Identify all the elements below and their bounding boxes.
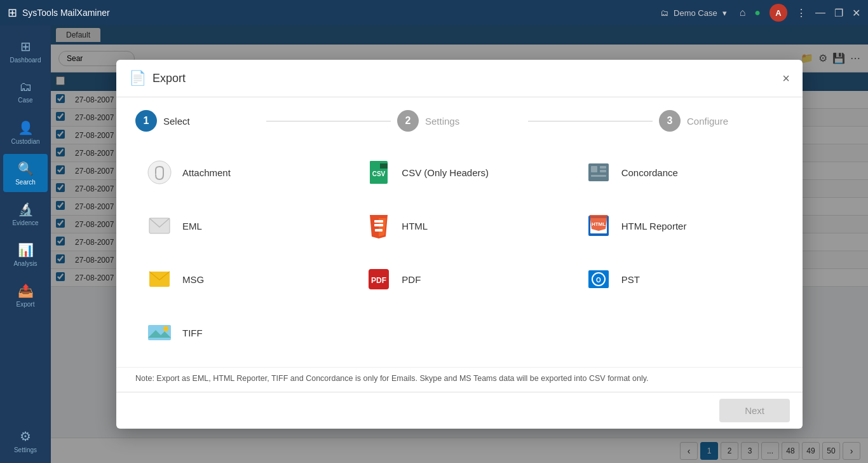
svg-text:CSV: CSV: [372, 170, 386, 177]
modal-header: 📄 Export ×: [116, 60, 803, 97]
minimize-icon[interactable]: —: [815, 7, 825, 18]
dropdown-arrow-icon[interactable]: ▾: [722, 8, 727, 18]
case-icon: 🗂: [660, 8, 668, 18]
sidebar-item-analysis[interactable]: 📊 Analysis: [3, 235, 48, 273]
app-layout: ⊞ Dashboard 🗂 Case 👤 Custodian 🔍 Search …: [0, 25, 868, 463]
next-button[interactable]: Next: [719, 399, 790, 422]
note-text: Note: Export as EML, HTML Reporter, TIFF…: [135, 374, 649, 383]
export-icon: 📤: [18, 283, 34, 298]
stepper: 1 Select 2 Settings 3 Configure: [116, 97, 803, 144]
tiff-label: TIFF: [182, 328, 203, 338]
sidebar-item-dashboard[interactable]: ⊞ Dashboard: [3, 32, 48, 70]
sidebar-item-custodian[interactable]: 👤 Custodian: [3, 113, 48, 151]
sidebar-label-dashboard: Dashboard: [10, 57, 41, 64]
export-option-html-reporter[interactable]: HTML HTML Reporter: [574, 204, 783, 247]
step-2: 2 Settings: [397, 110, 522, 132]
export-option-pdf[interactable]: PDF PDF: [355, 258, 564, 301]
pdf-label: PDF: [402, 274, 421, 285]
case-label: Demo Case: [674, 8, 717, 18]
concordance-icon: [585, 158, 613, 186]
home-icon[interactable]: ⌂: [740, 7, 746, 18]
msg-icon: [146, 265, 173, 293]
export-option-html[interactable]: HTML: [355, 204, 564, 247]
export-options-grid: Attachment CSV CSV (Only Header: [116, 144, 803, 367]
svg-rect-15: [374, 220, 383, 223]
svg-rect-6: [591, 166, 597, 172]
svg-text:O: O: [596, 277, 601, 284]
sidebar-label-analysis: Analysis: [13, 260, 37, 267]
export-option-attachment[interactable]: Attachment: [135, 151, 344, 194]
svg-rect-14: [375, 229, 383, 232]
attachment-icon: [146, 158, 173, 186]
export-option-concordance[interactable]: Concordance: [574, 151, 783, 194]
html-icon: [365, 212, 393, 240]
close-icon[interactable]: ✕: [852, 7, 860, 19]
step-2-circle: 2: [397, 110, 419, 132]
svg-rect-9: [591, 175, 606, 177]
evidence-icon: 🔬: [18, 202, 34, 217]
concordance-label: Concordance: [621, 167, 678, 178]
sidebar-item-export[interactable]: 📤 Export: [3, 276, 48, 314]
app-title: SysTools MailXaminer: [22, 8, 660, 18]
sidebar-item-settings[interactable]: ⚙ Settings: [3, 425, 48, 463]
modal-title: Export: [153, 72, 776, 85]
more-icon[interactable]: ⋮: [796, 7, 806, 19]
attachment-label: Attachment: [182, 167, 231, 178]
csv-label: CSV (Only Headers): [402, 167, 489, 178]
step-1-label: Select: [163, 116, 190, 127]
content-area: Default 📁 ⚙ 💾 ⋯: [51, 25, 868, 463]
svg-rect-4: [380, 163, 388, 169]
svg-rect-7: [600, 166, 606, 169]
svg-point-28: [163, 326, 168, 331]
app-logo: ⊞: [8, 6, 17, 20]
case-icon: 🗂: [19, 79, 32, 94]
eml-icon: [146, 212, 173, 240]
avatar[interactable]: A: [770, 4, 787, 22]
titlebar: ⊞ SysTools MailXaminer 🗂 Demo Case ▾ ⌂ ●…: [0, 0, 868, 25]
restore-icon[interactable]: ❐: [834, 7, 843, 19]
sidebar-label-evidence: Evidence: [12, 219, 38, 226]
export-modal: 📄 Export × 1 Select 2 Settings: [116, 60, 803, 429]
step-1: 1 Select: [135, 110, 260, 132]
search-nav-icon: 🔍: [18, 161, 34, 176]
modal-close-button[interactable]: ×: [782, 71, 790, 86]
dashboard-icon: ⊞: [20, 39, 31, 54]
settings-icon: ⚙: [20, 429, 31, 444]
export-option-pst[interactable]: O PST: [574, 258, 783, 301]
csv-icon: CSV: [365, 158, 393, 186]
sidebar-label-export: Export: [17, 301, 35, 308]
sidebar-label-custodian: Custodian: [11, 138, 39, 145]
export-option-csv[interactable]: CSV CSV (Only Headers): [355, 151, 564, 194]
html-reporter-icon: HTML: [585, 212, 613, 240]
modal-footer: Next: [116, 392, 803, 429]
sidebar-item-search[interactable]: 🔍 Search: [3, 154, 48, 192]
eml-label: EML: [182, 221, 202, 232]
modal-doc-icon: 📄: [129, 70, 146, 86]
step-line-1: [266, 121, 391, 121]
tiff-icon: [146, 319, 173, 347]
status-icon: ●: [754, 7, 761, 18]
step-1-circle: 1: [135, 110, 157, 132]
export-note: Note: Export as EML, HTML Reporter, TIFF…: [116, 367, 803, 392]
modal-overlay: 📄 Export × 1 Select 2 Settings: [51, 25, 868, 463]
sidebar-label-case: Case: [18, 97, 32, 104]
step-2-label: Settings: [425, 116, 459, 127]
case-info: 🗂 Demo Case ▾: [660, 8, 727, 18]
pdf-icon: PDF: [365, 265, 393, 293]
titlebar-actions: ⌂ ● A ⋮ — ❐ ✕: [740, 4, 860, 22]
step-line-2: [528, 121, 653, 121]
export-option-tiff[interactable]: TIFF: [135, 311, 344, 354]
step-3: 3 Configure: [659, 110, 783, 132]
sidebar-label-settings: Settings: [14, 446, 37, 453]
custodian-icon: 👤: [18, 120, 34, 135]
export-option-msg[interactable]: MSG: [135, 258, 344, 301]
export-option-eml[interactable]: EML: [135, 204, 344, 247]
msg-label: MSG: [182, 274, 204, 285]
sidebar-item-case[interactable]: 🗂 Case: [3, 73, 48, 111]
pst-label: PST: [621, 274, 640, 285]
html-label: HTML: [402, 221, 428, 232]
step-3-label: Configure: [687, 116, 728, 127]
sidebar-item-evidence[interactable]: 🔬 Evidence: [3, 195, 48, 233]
html-reporter-label: HTML Reporter: [621, 221, 687, 232]
svg-rect-8: [600, 170, 606, 172]
